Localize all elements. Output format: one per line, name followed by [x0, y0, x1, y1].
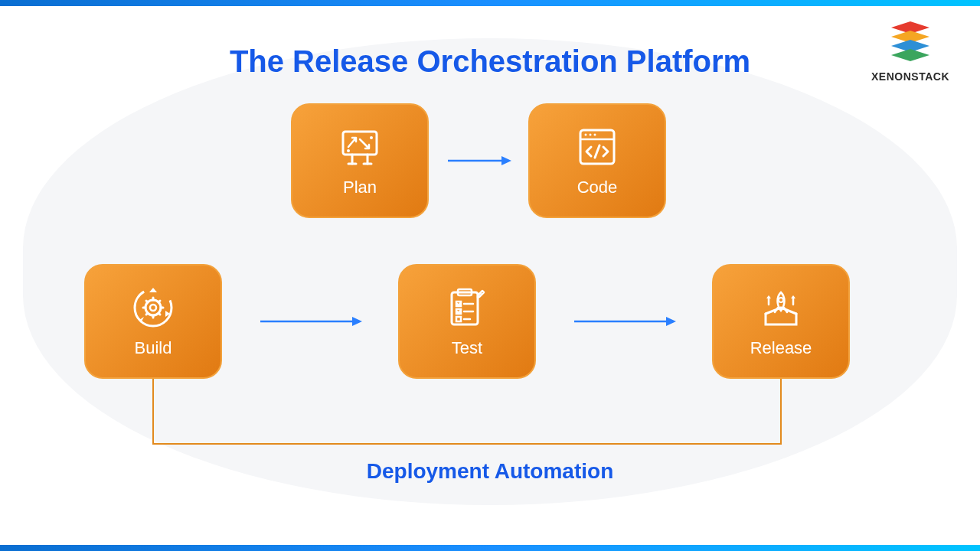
- test-checklist-icon: [444, 285, 490, 331]
- stage-build: Build: [84, 264, 222, 379]
- svg-line-32: [158, 301, 160, 302]
- top-accent-bar: [0, 0, 980, 6]
- subtitle: Deployment Automation: [367, 459, 614, 484]
- bottom-accent-bar: [0, 545, 980, 551]
- brand-name: XENONSTACK: [871, 70, 949, 83]
- brand-logo: XENONSTACK: [871, 21, 949, 83]
- stage-label: Build: [135, 338, 172, 358]
- code-window-icon: [574, 124, 620, 170]
- release-rocket-icon: [758, 285, 804, 331]
- stage-release: Release: [712, 264, 850, 379]
- svg-point-15: [585, 134, 587, 136]
- svg-rect-41: [456, 317, 461, 321]
- svg-point-45: [779, 298, 783, 302]
- svg-point-17: [594, 134, 596, 136]
- stage-label: Test: [452, 338, 482, 358]
- svg-line-30: [158, 313, 160, 315]
- stack-icon: [884, 21, 937, 67]
- svg-marker-47: [766, 295, 771, 298]
- plan-board-icon: [337, 124, 383, 170]
- svg-point-6: [347, 149, 350, 152]
- svg-line-29: [146, 301, 148, 302]
- svg-marker-34: [352, 317, 362, 326]
- svg-point-5: [370, 136, 373, 139]
- stage-plan: Plan: [291, 103, 429, 218]
- page-title: The Release Orchestration Platform: [230, 44, 750, 79]
- svg-marker-49: [791, 295, 795, 298]
- svg-point-16: [590, 134, 592, 136]
- stage-label: Release: [750, 338, 812, 358]
- arrow-plan-to-code: [444, 149, 513, 172]
- svg-line-18: [595, 145, 599, 158]
- stage-label: Code: [577, 178, 618, 197]
- svg-marker-12: [501, 156, 511, 165]
- stage-test: Test: [398, 264, 536, 379]
- svg-marker-44: [666, 317, 676, 326]
- stage-code: Code: [528, 103, 666, 218]
- svg-line-31: [146, 313, 148, 315]
- gear-cycle-icon: [130, 285, 176, 331]
- svg-marker-20: [149, 288, 157, 292]
- stage-label: Plan: [343, 178, 377, 197]
- svg-point-24: [150, 305, 156, 311]
- arrow-build-to-test: [256, 310, 364, 333]
- svg-marker-3: [891, 49, 929, 61]
- deployment-bracket: [149, 379, 785, 451]
- arrow-test-to-release: [570, 310, 678, 333]
